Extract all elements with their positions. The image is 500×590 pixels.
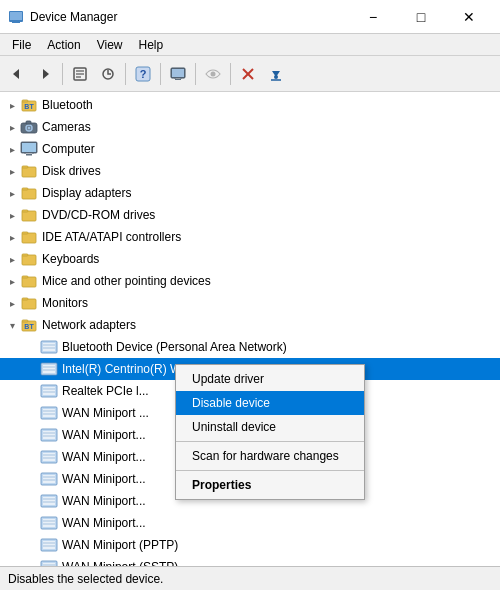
tree-label: DVD/CD-ROM drives (42, 208, 155, 222)
svg-rect-48 (22, 298, 28, 300)
tree-item-bluetooth-pan[interactable]: Bluetooth Device (Personal Area Network) (0, 336, 500, 358)
tree-item-computer[interactable]: ▸ Computer (0, 138, 500, 160)
svg-rect-85 (43, 519, 55, 527)
svg-rect-1 (10, 12, 22, 20)
tree-label: Bluetooth (42, 98, 93, 112)
maximize-button[interactable]: □ (398, 3, 444, 31)
expand-icon[interactable]: ▸ (4, 166, 20, 177)
device-icon (20, 140, 38, 158)
tree-item-dvd-rom[interactable]: ▸ DVD/CD-ROM drives (0, 204, 500, 226)
tree-label: WAN Miniport ... (62, 406, 149, 420)
menu-action[interactable]: Action (39, 36, 88, 54)
svg-rect-44 (22, 254, 28, 256)
ctx-sep-1 (176, 441, 364, 442)
expand-icon[interactable]: ▸ (4, 210, 20, 221)
toolbar-help[interactable]: ? (130, 61, 156, 87)
ctx-uninstall-device[interactable]: Uninstall device (176, 415, 364, 439)
svg-rect-37 (22, 189, 36, 199)
toolbar-delete[interactable] (235, 61, 261, 87)
toolbar-properties[interactable] (67, 61, 93, 87)
svg-rect-53 (43, 343, 55, 351)
tree-item-display-adapters[interactable]: ▸ Display adapters (0, 182, 500, 204)
tree-label: IDE ATA/ATAPI controllers (42, 230, 181, 244)
svg-text:BT: BT (24, 323, 34, 330)
expand-icon[interactable]: ▸ (4, 144, 20, 155)
svg-rect-13 (172, 69, 184, 77)
tree-label: WAN Miniport... (62, 494, 146, 508)
tree-item-cameras[interactable]: ▸ Cameras (0, 116, 500, 138)
menu-view[interactable]: View (89, 36, 131, 54)
svg-rect-61 (43, 387, 55, 395)
svg-rect-36 (22, 166, 28, 168)
device-icon (20, 272, 38, 290)
tree-item-disk-drives[interactable]: ▸ Disk drives (0, 160, 500, 182)
menu-bar: File Action View Help (0, 34, 500, 56)
svg-rect-93 (43, 563, 55, 566)
device-tree[interactable]: ▸ BT Bluetooth ▸ Cameras ▸ Computer (0, 92, 500, 566)
app-icon (8, 9, 24, 25)
device-icon (40, 360, 58, 378)
tree-item-wan-miniport-6[interactable]: WAN Miniport... (0, 512, 500, 534)
tree-label: WAN Miniport... (62, 472, 146, 486)
tree-item-mice[interactable]: ▸ Mice and other pointing devices (0, 270, 500, 292)
svg-rect-73 (43, 453, 55, 461)
expand-icon[interactable]: ▸ (4, 100, 20, 111)
tree-item-wan-miniport-sstp[interactable]: WAN Miniport (SSTP) (0, 556, 500, 566)
device-icon (40, 492, 58, 510)
tree-item-wan-miniport-pptp[interactable]: WAN Miniport (PPTP) (0, 534, 500, 556)
minimize-button[interactable]: − (350, 3, 396, 31)
svg-rect-65 (43, 409, 55, 417)
tree-label: Network adapters (42, 318, 136, 332)
device-icon (40, 404, 58, 422)
device-icon (40, 514, 58, 532)
toolbar-monitor[interactable] (165, 61, 191, 87)
expand-icon[interactable]: ▸ (4, 254, 20, 265)
svg-marker-3 (13, 69, 19, 79)
svg-text:BT: BT (24, 103, 34, 110)
status-bar: Disables the selected device. (0, 566, 500, 590)
svg-rect-69 (43, 431, 55, 439)
ctx-disable-device[interactable]: Disable device (176, 391, 364, 415)
menu-file[interactable]: File (4, 36, 39, 54)
svg-rect-14 (175, 79, 181, 80)
tree-item-monitors[interactable]: ▸ Monitors (0, 292, 500, 314)
tree-label: Mice and other pointing devices (42, 274, 211, 288)
tree-item-bluetooth[interactable]: ▸ BT Bluetooth (0, 94, 500, 116)
tree-item-network-adapters[interactable]: ▾ BT Network adapters (0, 314, 500, 336)
toolbar-show-hidden[interactable] (200, 61, 226, 87)
expand-icon[interactable]: ▸ (4, 232, 20, 243)
expand-icon[interactable]: ▸ (4, 276, 20, 287)
expand-icon[interactable]: ▾ (4, 320, 20, 331)
svg-rect-35 (22, 167, 36, 177)
ctx-scan-changes[interactable]: Scan for hardware changes (176, 444, 364, 468)
ctx-properties[interactable]: Properties (176, 473, 364, 497)
svg-rect-42 (22, 232, 28, 234)
device-icon (20, 162, 38, 180)
toolbar: ? (0, 56, 500, 92)
tree-label: WAN Miniport (SSTP) (62, 560, 178, 566)
tree-item-keyboards[interactable]: ▸ Keyboards (0, 248, 500, 270)
expand-icon[interactable]: ▸ (4, 122, 20, 133)
svg-rect-45 (22, 277, 36, 287)
svg-rect-39 (22, 211, 36, 221)
expand-icon[interactable]: ▸ (4, 298, 20, 309)
toolbar-back[interactable] (4, 61, 30, 87)
menu-help[interactable]: Help (131, 36, 172, 54)
tree-label: Cameras (42, 120, 91, 134)
svg-rect-31 (22, 143, 36, 152)
svg-rect-24 (22, 100, 28, 102)
toolbar-update-driver[interactable] (95, 61, 121, 87)
ctx-sep-2 (176, 470, 364, 471)
svg-point-28 (28, 127, 31, 130)
tree-label: Monitors (42, 296, 88, 310)
context-menu: Update driver Disable device Uninstall d… (175, 364, 365, 500)
ctx-update-driver[interactable]: Update driver (176, 367, 364, 391)
svg-rect-81 (43, 497, 55, 505)
close-button[interactable]: ✕ (446, 3, 492, 31)
expand-icon[interactable]: ▸ (4, 188, 20, 199)
toolbar-sep-4 (195, 63, 196, 85)
tree-item-ide[interactable]: ▸ IDE ATA/ATAPI controllers (0, 226, 500, 248)
toolbar-install[interactable] (263, 61, 289, 87)
toolbar-forward[interactable] (32, 61, 58, 87)
title-bar: Device Manager − □ ✕ (0, 0, 500, 34)
